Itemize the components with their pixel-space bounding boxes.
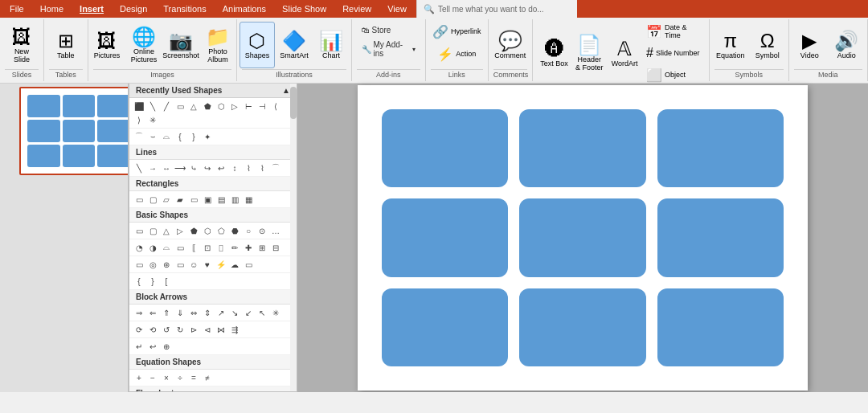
- shape-item[interactable]: ⊳: [187, 323, 200, 336]
- smartart-button[interactable]: 🔷 SmartArt: [276, 22, 312, 68]
- shape-item[interactable]: ╲: [133, 162, 145, 174]
- menu-slideshow[interactable]: Slide Show: [279, 4, 330, 14]
- shape-item[interactable]: ⬟: [201, 100, 214, 112]
- slide-canvas[interactable]: [358, 85, 808, 391]
- header-footer-button[interactable]: 📄 Header & Footer: [572, 30, 606, 76]
- shape-item[interactable]: ╱: [160, 100, 173, 112]
- shape-item[interactable]: ⬛: [133, 100, 145, 112]
- menu-review[interactable]: Review: [339, 4, 375, 14]
- shape-item[interactable]: ⌓: [160, 130, 173, 143]
- slide-number-button[interactable]: # Slide Number: [643, 43, 704, 63]
- video-button[interactable]: ▶ Video: [792, 22, 827, 68]
- shape-item[interactable]: ⬡: [215, 100, 227, 112]
- shape-item[interactable]: ▥: [228, 193, 241, 206]
- shape-item[interactable]: ⊲: [201, 323, 214, 336]
- comment-button[interactable]: 💬 Comment: [493, 22, 528, 68]
- menu-home[interactable]: Home: [37, 4, 67, 14]
- shape-item[interactable]: }: [146, 275, 159, 288]
- menu-view[interactable]: View: [384, 4, 410, 14]
- equation-button[interactable]: π Equation: [713, 22, 748, 68]
- shape-item[interactable]: ⬣: [228, 224, 241, 237]
- table-button[interactable]: ⊞ Table: [48, 22, 84, 68]
- shape-item[interactable]: ⌣: [146, 130, 159, 143]
- shape-item[interactable]: ◑: [146, 241, 159, 254]
- shape-item[interactable]: ⊢: [242, 100, 255, 112]
- shape-item[interactable]: ×: [160, 371, 173, 384]
- shape-item[interactable]: ◔: [133, 241, 145, 254]
- audio-button[interactable]: 🔊 Audio: [829, 22, 864, 68]
- shape-item[interactable]: ⬠: [215, 224, 227, 237]
- shape-item[interactable]: ↘: [228, 306, 241, 319]
- shape-item[interactable]: ▭: [242, 258, 255, 271]
- shape-item[interactable]: ▱: [160, 193, 173, 206]
- shape-item[interactable]: ▦: [242, 193, 255, 206]
- shape-item[interactable]: ▰: [174, 193, 186, 206]
- shape-item[interactable]: ⌒: [133, 130, 145, 143]
- shape-item[interactable]: +: [133, 371, 145, 384]
- menu-insert[interactable]: Insert: [76, 4, 107, 14]
- new-slide-button[interactable]: 🖼 New Slide: [4, 22, 39, 68]
- shape-item[interactable]: ▷: [174, 224, 186, 237]
- shape-item[interactable]: ↔: [160, 162, 173, 174]
- shape-item[interactable]: {: [133, 275, 145, 288]
- shape-item[interactable]: ⟶: [174, 162, 186, 174]
- slide-thumbnail[interactable]: [19, 87, 129, 175]
- shape-item[interactable]: {: [174, 130, 186, 143]
- date-time-button[interactable]: 📅 Date & Time: [643, 21, 704, 42]
- shape-item[interactable]: ⊞: [256, 241, 268, 254]
- shape-item[interactable]: ⇓: [174, 306, 186, 319]
- shape-item[interactable]: ♥: [201, 258, 214, 271]
- shape-item[interactable]: ⇐: [146, 306, 159, 319]
- shape-item[interactable]: ↪: [201, 162, 214, 174]
- menu-design[interactable]: Design: [117, 4, 150, 14]
- shape-item[interactable]: ⬡: [201, 224, 214, 237]
- shape-item[interactable]: ⇑: [160, 306, 173, 319]
- shape-item[interactable]: →: [146, 162, 159, 174]
- shape-item[interactable]: ↗: [215, 306, 227, 319]
- chart-button[interactable]: 📊 Chart: [313, 22, 349, 68]
- shape-item[interactable]: ⊕: [160, 340, 173, 353]
- shape-item[interactable]: ▭: [133, 224, 145, 237]
- shape-item[interactable]: ✳: [146, 113, 159, 126]
- pictures-button[interactable]: 🖼 Pictures: [89, 22, 125, 68]
- shape-item[interactable]: ╲: [146, 100, 159, 112]
- shape-item[interactable]: ⬟: [187, 224, 200, 237]
- shape-item[interactable]: −: [146, 371, 159, 384]
- shape-item[interactable]: ○: [242, 224, 255, 237]
- shape-item[interactable]: ⤷: [187, 162, 200, 174]
- shape-item[interactable]: ⋈: [215, 323, 227, 336]
- menu-file[interactable]: File: [6, 4, 27, 14]
- action-button[interactable]: ⚡ Action: [434, 43, 479, 64]
- shape-item[interactable]: ✚: [242, 241, 255, 254]
- tell-me-bar[interactable]: 🔍 Tell me what you want to do...: [416, 0, 577, 18]
- shape-item[interactable]: ✏: [228, 241, 241, 254]
- shape-item[interactable]: ⟨: [269, 100, 282, 112]
- shape-item[interactable]: ↩: [146, 340, 159, 353]
- shape-item[interactable]: ⌇: [256, 162, 268, 174]
- shape-item[interactable]: ↙: [242, 306, 255, 319]
- shape-item[interactable]: ⌷: [215, 241, 227, 254]
- shape-item[interactable]: ↻: [174, 323, 186, 336]
- shape-item[interactable]: ⌒: [269, 162, 282, 174]
- shapes-panel-scroll-up[interactable]: ▲: [282, 86, 290, 95]
- shape-item[interactable]: ☺: [187, 258, 200, 271]
- shape-item[interactable]: ≠: [201, 371, 214, 384]
- shape-item[interactable]: ☁: [228, 258, 241, 271]
- shape-item[interactable]: ⟦: [187, 241, 200, 254]
- shape-item[interactable]: ⊙: [256, 224, 268, 237]
- my-addins-button[interactable]: 🔧 My Add-ins ▾: [357, 40, 420, 58]
- shape-item[interactable]: ▭: [174, 258, 186, 271]
- shape-item[interactable]: ▷: [228, 100, 241, 112]
- shape-item[interactable]: ⇒: [133, 306, 145, 319]
- shape-item[interactable]: ↕: [228, 162, 241, 174]
- object-button[interactable]: ⬜ Object: [643, 64, 704, 85]
- shape-item[interactable]: ✳: [269, 306, 282, 319]
- shape-item[interactable]: ⟩: [133, 113, 145, 126]
- shape-item[interactable]: ⌇: [242, 162, 255, 174]
- shape-item[interactable]: }: [187, 130, 200, 143]
- shape-item[interactable]: [: [160, 275, 173, 288]
- shape-item[interactable]: ▢: [146, 193, 159, 206]
- shape-item[interactable]: ⇕: [201, 306, 214, 319]
- shape-item[interactable]: ▤: [215, 193, 227, 206]
- online-pictures-button[interactable]: 🌐 Online Pictures: [126, 22, 162, 68]
